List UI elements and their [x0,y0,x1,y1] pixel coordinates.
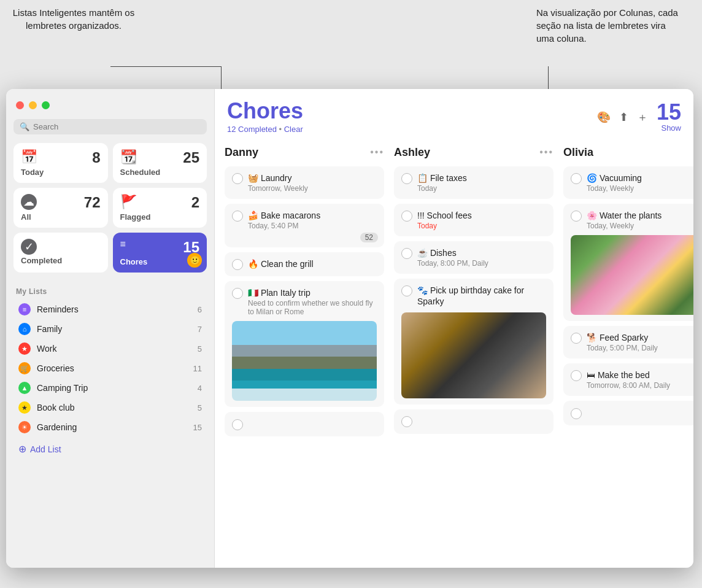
reminder-circle[interactable] [401,173,412,184]
reminder-laundry[interactable]: 🧺 Laundry Tomorrow, Weekly [225,166,384,199]
work-dot: ★ [18,342,31,355]
reminder-dishes[interactable]: ☕ Dishes Today, 8:00 PM, Daily [394,241,554,274]
chores-icon: ≡ [120,239,126,250]
add-icon[interactable]: ＋ [637,110,648,125]
column-menu-danny[interactable]: ••• [370,147,384,158]
gardening-dot: ☀ [18,421,31,433]
groceries-dot: 🛒 [18,362,31,374]
show-link[interactable]: Show [661,123,681,133]
reminder-circle[interactable] [232,288,243,299]
smart-tile-scheduled[interactable]: 📆 25 Scheduled [113,143,207,183]
reminder-grill[interactable]: 🔥 Clean the grill [225,252,384,276]
maximize-button[interactable] [42,101,50,109]
reminder-circle[interactable] [571,173,582,184]
columns-area: Danny ••• 🧺 Laundry Tomorrow, Weekly [215,139,693,568]
reminder-circle[interactable] [571,370,582,381]
grill-title: 🔥 Clean the grill [248,258,377,269]
flagged-count: 2 [191,194,199,211]
clear-link[interactable]: Clear [284,125,303,134]
reminder-circle[interactable] [232,211,243,222]
smart-tile-all[interactable]: ☁ 72 All [14,188,108,228]
macarons-badge: 52 [360,233,378,242]
bookclub-dot: ★ [18,401,31,414]
laundry-subtitle: Tomorrow, Weekly [248,184,377,193]
annotation-top-left: Listas Inteligentes mantêm os lembretes … [12,6,135,32]
fees-title: !!! School fees [417,210,546,221]
reminder-fees[interactable]: !!! School fees Today [394,204,554,236]
flagged-icon: 🚩 [120,194,137,210]
list-item-family[interactable]: ⌂ Family 7 [14,319,207,339]
flowers-image [571,235,693,315]
column-ashley: Ashley ••• 📋 File taxes Today [394,144,554,558]
reminder-bed[interactable]: 🛏 Make the bed Tomorrow, 8:00 AM, Daily [563,363,693,396]
completed-label: Completed [21,256,101,265]
column-olivia: Olivia ••• 🌀 Vacuuming Today, Weekly [563,144,693,558]
reminders-dot: ≡ [18,303,31,315]
list-item-work[interactable]: ★ Work 5 [14,339,207,358]
smart-lists-grid: 📅 8 Today 📆 25 Scheduled ☁ 72 All [14,143,207,273]
appearance-icon[interactable]: 🎨 [597,110,611,124]
column-menu-ashley[interactable]: ••• [539,147,554,158]
reminder-plants[interactable]: 🌸 Water the plants Today, Weekly [563,204,693,321]
family-dot: ⌂ [18,323,31,335]
reminder-circle[interactable] [571,211,582,222]
app-window: 🔍 📅 8 Today 📆 25 Scheduled [6,89,693,568]
add-list-icon: ⊕ [18,443,26,455]
new-reminder-olivia[interactable] [563,401,693,425]
list-title: Chores [227,99,303,123]
smart-tile-completed[interactable]: ✓ Completed [14,233,108,273]
list-item-gardening[interactable]: ☀ Gardening 15 [14,417,207,437]
groceries-name: Groceries [37,363,74,373]
chores-avatar: 🙂 [187,253,202,268]
close-button[interactable] [16,101,24,109]
reminder-italy[interactable]: 🇮🇹 Plan Italy trip Need to confirm wheth… [225,281,384,407]
reminder-circle[interactable] [401,248,412,259]
reminder-circle[interactable] [401,211,412,222]
new-reminder-danny[interactable] [225,412,384,436]
reminder-taxes[interactable]: 📋 File taxes Today [394,166,554,199]
reminder-cake[interactable]: 🐾 Pick up birthday cake for Sparky [394,279,554,404]
cake-title: 🐾 Pick up birthday cake for Sparky [417,285,546,307]
list-item-reminders[interactable]: ≡ Reminders 6 [14,300,207,319]
reminder-vacuuming[interactable]: 🌀 Vacuuming Today, Weekly [563,166,693,199]
list-item-groceries[interactable]: 🛒 Groceries 11 [14,358,207,378]
item-count: 15 [657,101,681,123]
plants-subtitle: Today, Weekly [587,222,693,230]
add-list-label: Add List [30,444,61,454]
column-header-olivia: Olivia ••• [563,144,693,161]
reminder-circle[interactable] [401,285,412,296]
bookclub-count: 5 [198,403,202,412]
smart-tile-today[interactable]: 📅 8 Today [14,143,108,183]
reminder-circle[interactable] [571,333,582,344]
groceries-count: 11 [193,364,202,373]
smart-tile-flagged[interactable]: 🚩 2 Flagged [113,188,207,228]
smart-tile-chores[interactable]: ≡ 15 Chores 🙂 [113,233,207,273]
new-reminder-ashley[interactable] [394,409,554,434]
all-label: All [21,212,101,222]
completed-text: 12 Completed [227,125,277,134]
camping-name: Camping Trip [37,383,88,393]
gardening-count: 15 [193,423,202,432]
vacuuming-subtitle: Today, Weekly [587,184,693,193]
window-controls [14,96,207,119]
reminder-sparky[interactable]: 🐕 Feed Sparky Today, 5:00 PM, Daily [563,326,693,358]
family-name: Family [37,324,62,334]
list-item-bookclub[interactable]: ★ Book club 5 [14,398,207,417]
column-header-danny: Danny ••• [225,144,384,161]
reminder-circle[interactable] [232,259,243,270]
scheduled-count: 25 [183,149,199,166]
header-left: Chores 12 Completed • Clear [227,99,303,134]
all-count: 72 [84,194,101,211]
reminder-macarons[interactable]: 🍰 Bake macarons Today, 5:40 PM 52 [225,204,384,247]
share-icon[interactable]: ⬆ [619,110,628,124]
new-reminder-circle [401,416,412,427]
reminder-circle[interactable] [232,173,243,184]
search-bar[interactable]: 🔍 [14,119,207,134]
minimize-button[interactable] [29,101,37,109]
list-item-camping[interactable]: ▲ Camping Trip 4 [14,378,207,398]
annotation-top-right: Na visualização por Colunas, cada seção … [536,6,684,45]
bed-subtitle: Tomorrow, 8:00 AM, Daily [587,381,693,390]
add-list-button[interactable]: ⊕ Add List [14,439,207,458]
italy-title: 🇮🇹 Plan Italy trip [248,287,377,298]
search-input[interactable] [33,122,201,131]
